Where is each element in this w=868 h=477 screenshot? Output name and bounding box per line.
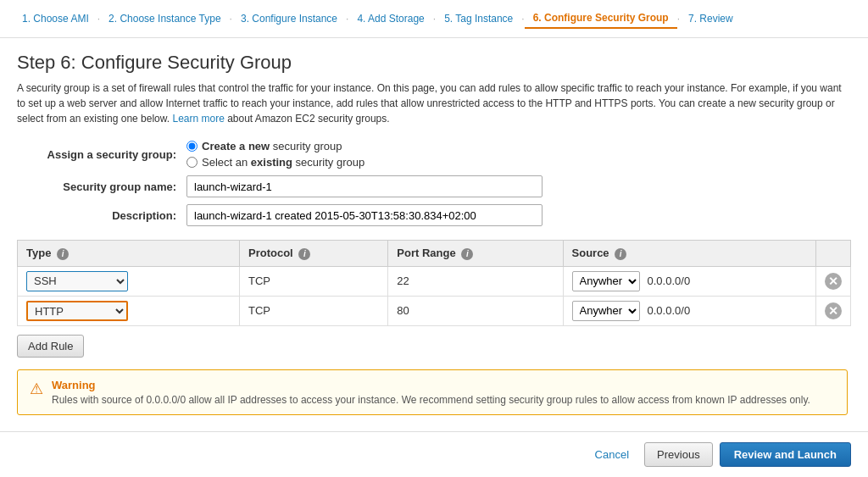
port-range-info-icon[interactable]: i xyxy=(461,248,473,260)
protocol-cell: TCP xyxy=(240,296,388,325)
review-launch-button[interactable]: Review and Launch xyxy=(720,442,851,467)
radio-create-new[interactable]: Create a new security group xyxy=(186,140,364,153)
nav-step-security-group[interactable]: 6. Configure Security Group xyxy=(525,8,677,29)
warning-box: ⚠ Warning Rules with source of 0.0.0.0/0… xyxy=(17,369,848,415)
type-cell: SSHHTTPHTTPSCustom TCP Rule xyxy=(18,266,240,296)
sg-name-label: Security group name: xyxy=(17,180,186,193)
page-description: A security group is a set of firewall ru… xyxy=(17,80,848,126)
table-row: SSHHTTPHTTPSCustom TCP RuleTCP80Anywhere… xyxy=(18,296,851,325)
type-info-icon[interactable]: i xyxy=(57,248,69,260)
warning-text: Rules with source of 0.0.0.0/0 allow all… xyxy=(52,394,810,406)
table-row: SSHHTTPHTTPSCustom TCP RuleTCP22Anywhere… xyxy=(18,266,851,296)
port-range-cell: 80 xyxy=(388,296,563,325)
col-port-range: Port Range i xyxy=(388,241,563,267)
cancel-button[interactable]: Cancel xyxy=(587,443,637,466)
source-cell: Anywhere0.0.0.0/0 xyxy=(563,266,815,296)
remove-rule-button[interactable]: ✕ xyxy=(825,302,842,319)
previous-button[interactable]: Previous xyxy=(644,442,713,467)
col-protocol: Protocol i xyxy=(240,241,388,267)
sg-name-row: Security group name: xyxy=(17,175,851,197)
source-cidr: 0.0.0.0/0 xyxy=(648,275,691,287)
col-actions xyxy=(816,241,851,267)
rules-table: Type i Protocol i Port Range i Source i xyxy=(17,240,851,326)
assign-group-row: Assign a security group: Create a new se… xyxy=(17,140,851,169)
source-info-icon[interactable]: i xyxy=(615,248,626,260)
source-cidr: 0.0.0.0/0 xyxy=(648,304,691,317)
radio-existing[interactable]: Select an existing security group xyxy=(186,156,364,169)
nav-step-instance-type[interactable]: 2. Choose Instance Type xyxy=(100,9,230,28)
type-cell: SSHHTTPHTTPSCustom TCP Rule xyxy=(18,296,240,325)
type-select[interactable]: SSHHTTPHTTPSCustom TCP Rule xyxy=(26,301,128,321)
sg-description-row: Description: xyxy=(17,204,851,226)
sg-description-input[interactable] xyxy=(186,204,542,226)
main-content: Step 6: Configure Security Group A secur… xyxy=(0,38,868,429)
remove-cell: ✕ xyxy=(816,296,851,325)
port-range-cell: 22 xyxy=(388,266,563,296)
bottom-actions: Cancel Previous Review and Launch xyxy=(0,431,868,477)
source-type-select[interactable]: Anywhere xyxy=(572,301,640,321)
nav-step-tag-instance[interactable]: 5. Tag Instance xyxy=(436,9,521,28)
nav-step-review[interactable]: 7. Review xyxy=(680,9,742,28)
assign-label: Assign a security group: xyxy=(17,148,186,161)
warning-title: Warning xyxy=(52,379,810,391)
security-group-form: Assign a security group: Create a new se… xyxy=(17,140,851,226)
remove-cell: ✕ xyxy=(816,266,851,296)
col-source: Source i xyxy=(563,241,815,267)
learn-more-link[interactable]: Learn more xyxy=(172,113,224,125)
remove-rule-button[interactable]: ✕ xyxy=(825,273,842,290)
nav-step-add-storage[interactable]: 4. Add Storage xyxy=(348,9,432,28)
warning-icon: ⚠ xyxy=(30,380,43,398)
protocol-info-icon[interactable]: i xyxy=(298,248,310,260)
sg-description-label: Description: xyxy=(17,209,186,222)
protocol-cell: TCP xyxy=(240,266,388,296)
sg-name-input[interactable] xyxy=(186,175,542,197)
page-title: Step 6: Configure Security Group xyxy=(17,52,851,74)
radio-group: Create a new security group Select an ex… xyxy=(186,140,364,169)
source-type-select[interactable]: Anywhere xyxy=(572,271,640,291)
type-select[interactable]: SSHHTTPHTTPSCustom TCP Rule xyxy=(26,271,128,291)
nav-step-configure-instance[interactable]: 3. Configure Instance xyxy=(232,9,346,28)
source-cell: Anywhere0.0.0.0/0 xyxy=(563,296,815,325)
col-type: Type i xyxy=(18,241,240,267)
add-rule-button[interactable]: Add Rule xyxy=(17,335,84,358)
warning-content: Warning Rules with source of 0.0.0.0/0 a… xyxy=(52,379,810,406)
wizard-nav: 1. Choose AMI · 2. Choose Instance Type … xyxy=(0,0,868,38)
nav-step-choose-ami[interactable]: 1. Choose AMI xyxy=(14,9,97,28)
